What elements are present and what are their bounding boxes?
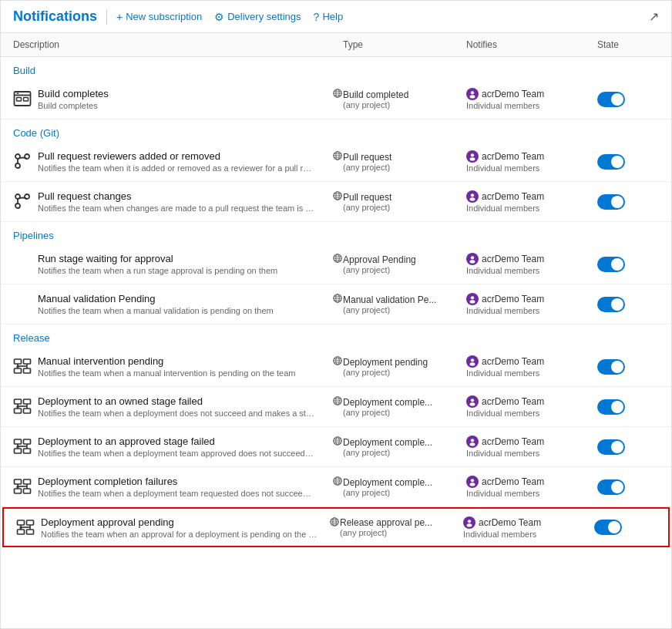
svg-rect-95 [15, 489, 22, 493]
svg-rect-3 [24, 98, 29, 102]
type-sub: (any project) [343, 408, 466, 417]
notifies-name: acrDemo Team [466, 88, 597, 100]
section-label-2: Pipelines [1, 222, 671, 244]
notifies-cell: acrDemo TeamIndividual members [463, 516, 594, 539]
svg-point-10 [471, 91, 474, 94]
notifies-team-name: acrDemo Team [482, 436, 544, 447]
expand-button[interactable]: ↗ [649, 9, 659, 24]
state-toggle[interactable] [594, 520, 622, 535]
table-row: Pull request reviewers added or removedN… [1, 142, 671, 182]
svg-rect-81 [24, 449, 31, 453]
svg-rect-65 [15, 409, 22, 413]
globe-icon [332, 88, 343, 99]
desc-cell: Build completesBuild completes [13, 88, 343, 110]
type-cell: Build completed(any project) [343, 89, 466, 109]
state-toggle[interactable] [597, 154, 625, 170]
svg-rect-4 [17, 93, 19, 95]
notifies-sub: Individual members [466, 489, 597, 498]
type-main: Pull request [343, 152, 466, 163]
svg-rect-51 [24, 368, 31, 373]
notifies-cell: acrDemo TeamIndividual members [466, 436, 597, 458]
desc-text: Pull request changesNotifies the team wh… [38, 190, 321, 213]
team-avatar-icon [466, 150, 479, 163]
row-subtitle: Notifies the team when it is added or re… [38, 163, 315, 173]
state-toggle[interactable] [597, 297, 625, 312]
globe-icon [332, 436, 343, 446]
col-state: State [597, 39, 659, 50]
state-cell [597, 297, 659, 312]
type-cell: Manual validation Pe...(any project) [343, 294, 466, 314]
globe-icon [332, 150, 343, 161]
notifies-team-name: acrDemo Team [482, 356, 544, 367]
svg-point-62 [470, 362, 475, 365]
type-sub: (any project) [343, 448, 466, 457]
notifies-cell: acrDemo TeamIndividual members [466, 190, 597, 213]
new-subscription-label: New subscription [126, 11, 202, 22]
row-title: Manual intervention pending [38, 355, 321, 367]
header-divider [106, 9, 107, 25]
desc-cell: Deployment to an approved stage failedNo… [13, 436, 343, 458]
type-main: Deployment pending [343, 357, 466, 368]
type-cell: Deployment comple...(any project) [343, 437, 466, 457]
svg-rect-111 [27, 530, 34, 534]
type-cell: Deployment comple...(any project) [343, 397, 466, 417]
section-label-3: Release [1, 325, 671, 347]
notifies-team-name: acrDemo Team [482, 191, 544, 202]
svg-point-121 [468, 520, 471, 523]
svg-point-61 [471, 358, 474, 362]
state-toggle[interactable] [597, 92, 625, 107]
globe-icon [332, 355, 343, 366]
delivery-settings-button[interactable]: ⚙ Delivery settings [214, 11, 301, 23]
svg-point-47 [470, 300, 475, 303]
svg-rect-80 [15, 449, 22, 453]
globe-icon [332, 293, 343, 304]
delivery-settings-label: Delivery settings [227, 11, 301, 22]
svg-point-122 [467, 523, 472, 526]
desc-text: Run stage waiting for approvalNotifies t… [38, 253, 321, 275]
desc-text: Deployment completion failuresNotifies t… [38, 476, 321, 498]
release-icon [13, 437, 32, 456]
col-description: Description [13, 39, 343, 50]
type-sub: (any project) [343, 368, 466, 377]
notifies-sub: Individual members [466, 101, 597, 110]
gear-icon: ⚙ [214, 11, 224, 23]
notifies-name: acrDemo Team [466, 355, 597, 368]
desc-cell: Pull request changesNotifies the team wh… [13, 190, 343, 213]
notifies-cell: acrDemo TeamIndividual members [466, 253, 597, 275]
help-button[interactable]: ? Help [314, 11, 344, 23]
col-type: Type [343, 39, 466, 50]
state-toggle[interactable] [597, 359, 625, 375]
svg-point-21 [471, 153, 474, 156]
notifies-team-name: acrDemo Team [482, 89, 544, 99]
type-main: Manual validation Pe... [343, 294, 466, 305]
svg-rect-79 [24, 439, 31, 444]
row-subtitle: Notifies the team when a manual interven… [38, 368, 315, 378]
table-row: Deployment to an owned stage failedNotif… [1, 387, 671, 427]
state-toggle[interactable] [597, 439, 625, 455]
type-cell: Deployment comple...(any project) [343, 477, 466, 497]
desc-text: Manual validation PendingNotifies the te… [38, 293, 321, 315]
notifies-sub: Individual members [466, 163, 597, 173]
notifies-team-name: acrDemo Team [482, 151, 544, 162]
desc-cell: Pull request reviewers added or removedN… [13, 150, 343, 173]
table-row: Deployment to an approved stage failedNo… [1, 427, 671, 467]
globe-icon [332, 395, 343, 406]
state-toggle[interactable] [597, 194, 625, 210]
type-cell: Deployment pending(any project) [343, 357, 466, 377]
state-toggle[interactable] [597, 479, 625, 495]
svg-rect-96 [24, 489, 31, 493]
team-avatar-icon [466, 395, 479, 408]
type-sub: (any project) [343, 305, 466, 314]
page: Notifications + New subscription ⚙ Deliv… [0, 0, 672, 629]
desc-cell: Manual intervention pendingNotifies the … [13, 355, 343, 378]
section-label-1: Code (Git) [1, 119, 671, 142]
notifies-name: acrDemo Team [463, 516, 594, 529]
table-row: Deployment approval pendingNotifies the … [2, 507, 670, 547]
state-toggle[interactable] [597, 257, 625, 272]
svg-point-32 [471, 193, 474, 197]
state-toggle[interactable] [597, 399, 625, 415]
svg-point-92 [470, 442, 475, 446]
notifies-name: acrDemo Team [466, 476, 597, 488]
new-subscription-button[interactable]: + New subscription [116, 11, 202, 23]
svg-point-13 [15, 163, 20, 168]
